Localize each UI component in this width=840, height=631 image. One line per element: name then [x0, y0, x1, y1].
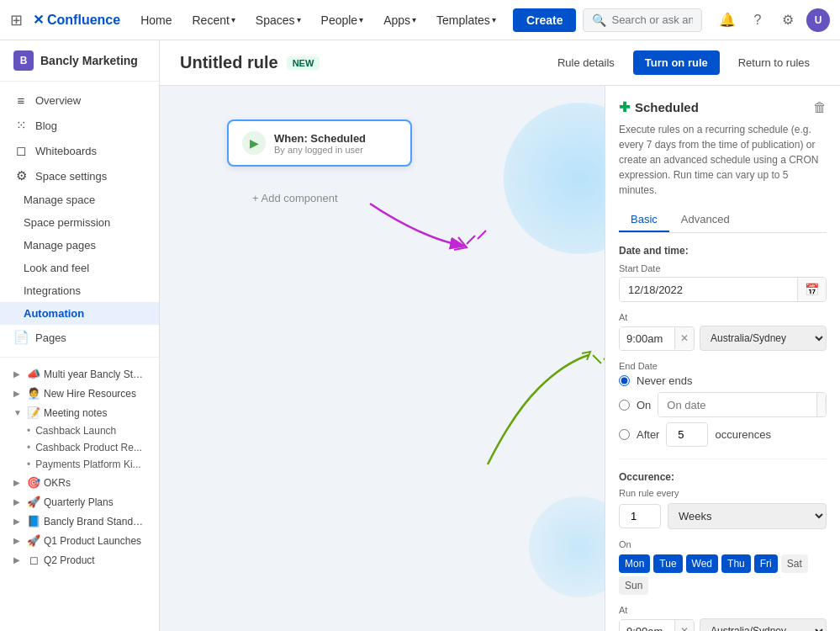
sidebar-item-manage-pages[interactable]: Manage pages	[0, 234, 159, 257]
on-date-option[interactable]: On 📅	[619, 392, 827, 417]
tree-item-q2-product[interactable]: ▶ ◻ Q2 Product	[0, 550, 159, 570]
sub-item-cashback-product[interactable]: Cashback Product Re...	[0, 439, 159, 456]
return-to-rules-button[interactable]: Return to rules	[728, 51, 820, 74]
tab-basic[interactable]: Basic	[619, 208, 669, 232]
day-sun[interactable]: Sun	[619, 576, 648, 595]
day-sat[interactable]: Sat	[781, 554, 808, 573]
rule-details-button[interactable]: Rule details	[547, 51, 625, 74]
sidebar-item-label-automation: Automation	[24, 307, 84, 320]
page-header-actions: Rule details Turn on rule Return to rule…	[547, 50, 820, 75]
on-date-calendar-icon[interactable]: 📅	[816, 393, 827, 416]
end-date-radio-group: Never ends On 📅 After	[619, 374, 827, 447]
help-button[interactable]: ?	[746, 8, 769, 32]
divider	[619, 459, 827, 459]
sidebar-nav: ≡ Overview ⁙ Blog ◻ Whiteboards ⚙ Space …	[0, 82, 159, 358]
tree-item-meeting-notes[interactable]: ▼ 📝 Meeting notes	[0, 403, 159, 422]
tree-item-q1-launches[interactable]: ▶ 🚀 Q1 Product Launches	[0, 531, 159, 550]
occurrence-timezone-select[interactable]: Australia/Sydney UTC America/New_York	[700, 618, 827, 631]
bg-decoration-1	[504, 103, 605, 254]
sidebar-item-look-feel[interactable]: Look and feel	[0, 257, 159, 279]
panel-delete-button[interactable]: 🗑	[813, 100, 827, 115]
run-every-input[interactable]	[619, 504, 661, 528]
after-option[interactable]: After occurences	[619, 422, 827, 447]
tree-item-quarterly-plans[interactable]: ▶ 🚀 Quarterly Plans	[0, 492, 159, 512]
occurrence-label: Occurence:	[619, 471, 827, 483]
after-count-input[interactable]	[666, 422, 708, 447]
overview-icon: ≡	[13, 93, 29, 108]
sidebar-item-label-pages: Pages	[35, 331, 66, 344]
panel-header: ✚ Scheduled 🗑	[619, 99, 827, 115]
day-wed[interactable]: Wed	[686, 554, 718, 573]
panel-title: ✚ Scheduled	[619, 99, 699, 115]
nav-people[interactable]: People ▾	[314, 10, 371, 30]
tree-item-multi-year[interactable]: ▶ 📣 Multi year Bancly Stra...	[0, 364, 159, 384]
day-mon[interactable]: Mon	[619, 554, 650, 573]
tree-item-new-hire[interactable]: ▶ 🧑‍💼 New Hire Resources	[0, 384, 159, 403]
on-date-radio[interactable]	[619, 400, 630, 411]
nav-recent[interactable]: Recent ▾	[185, 10, 241, 30]
time-input[interactable]	[620, 327, 674, 350]
user-avatar[interactable]: U	[806, 8, 830, 32]
sidebar-item-pages[interactable]: 📄 Pages	[0, 325, 159, 350]
turn-on-rule-button[interactable]: Turn on rule	[633, 50, 720, 75]
settings-button[interactable]: ⚙	[776, 8, 800, 32]
occurrence-time-input-wrapper[interactable]: ✕	[619, 619, 695, 632]
occurrence-time-input[interactable]	[620, 620, 674, 632]
page-title-area: Untitled rule NEW	[180, 53, 320, 72]
on-days-label: On	[619, 539, 827, 549]
tree-label-meeting-notes: Meeting notes	[44, 407, 107, 419]
time-clear-button[interactable]: ✕	[674, 327, 694, 349]
tree-label-q2-product: Q2 Product	[44, 554, 95, 566]
content-area: Untitled rule NEW Rule details Turn on r…	[160, 40, 840, 631]
start-date-calendar-icon[interactable]: 📅	[797, 278, 826, 301]
search-box[interactable]: 🔍	[583, 8, 702, 32]
occurrence-time-clear-button[interactable]: ✕	[674, 620, 694, 631]
timezone-select[interactable]: Australia/Sydney UTC America/New_York	[700, 326, 827, 351]
nav-spaces[interactable]: Spaces ▾	[249, 10, 308, 30]
sidebar-item-space-permission[interactable]: Space permission	[0, 211, 159, 234]
on-date-input-wrapper[interactable]: 📅	[658, 392, 827, 417]
bancly-brand-icon: 📘	[27, 515, 40, 528]
tree-item-bancly-brand[interactable]: ▶ 📘 Bancly Brand Standar...	[0, 512, 159, 531]
sidebar-item-automation[interactable]: Automation	[0, 302, 159, 325]
time-input-wrapper[interactable]: ✕	[619, 326, 695, 351]
expand-icon: ▶	[13, 369, 24, 379]
day-fri[interactable]: Fri	[754, 554, 778, 573]
nav-apps[interactable]: Apps ▾	[377, 10, 423, 30]
scheduled-flow-node[interactable]: ▶ When: Scheduled By any logged in user	[227, 119, 412, 167]
sub-item-cashback-launch[interactable]: Cashback Launch	[0, 422, 159, 439]
search-input[interactable]	[611, 13, 693, 26]
confluence-logo[interactable]: ✕ Confluence	[33, 12, 120, 28]
tree-label-q1-launches: Q1 Product Launches	[44, 535, 141, 547]
tree-label-okrs: OKRs	[44, 477, 71, 489]
add-component-button[interactable]: + Add component	[244, 187, 346, 209]
tree-item-okrs[interactable]: ▶ 🎯 OKRs	[0, 473, 159, 492]
nav-home[interactable]: Home	[134, 10, 178, 30]
grid-icon[interactable]: ⊞	[10, 11, 23, 29]
at-time-row: ✕ Australia/Sydney UTC America/New_York	[619, 326, 827, 351]
start-date-input[interactable]	[620, 278, 797, 301]
never-ends-option[interactable]: Never ends	[619, 374, 827, 387]
expand-icon-q1: ▶	[13, 536, 24, 545]
create-button[interactable]: Create	[513, 8, 577, 32]
sub-item-label-cashback-launch: Cashback Launch	[35, 425, 116, 437]
day-thu[interactable]: Thu	[721, 554, 751, 573]
sidebar-item-manage-space[interactable]: Manage space	[0, 188, 159, 211]
sidebar-item-space-settings[interactable]: ⚙ Space settings	[0, 163, 159, 188]
notifications-button[interactable]: 🔔	[716, 8, 739, 32]
never-ends-radio[interactable]	[619, 375, 630, 386]
tab-advanced[interactable]: Advanced	[669, 208, 742, 232]
sidebar-item-blog[interactable]: ⁙ Blog	[0, 113, 159, 138]
on-date-input[interactable]	[658, 394, 816, 416]
workspace-logo: B	[13, 50, 34, 71]
sidebar-item-whiteboards[interactable]: ◻ Whiteboards	[0, 138, 159, 163]
sidebar-item-integrations[interactable]: Integrations	[0, 279, 159, 302]
sub-item-payments[interactable]: Payments Platform Ki...	[0, 456, 159, 473]
after-radio[interactable]	[619, 429, 630, 440]
flow-canvas: ▶ When: Scheduled By any logged in user …	[160, 86, 605, 631]
nav-templates[interactable]: Templates ▾	[430, 10, 503, 30]
sidebar-item-overview[interactable]: ≡ Overview	[0, 88, 159, 113]
start-date-input-wrapper[interactable]: 📅	[619, 277, 827, 302]
run-unit-select[interactable]: Weeks Minutes Hours Days Months	[668, 503, 827, 529]
day-tue[interactable]: Tue	[653, 554, 682, 573]
